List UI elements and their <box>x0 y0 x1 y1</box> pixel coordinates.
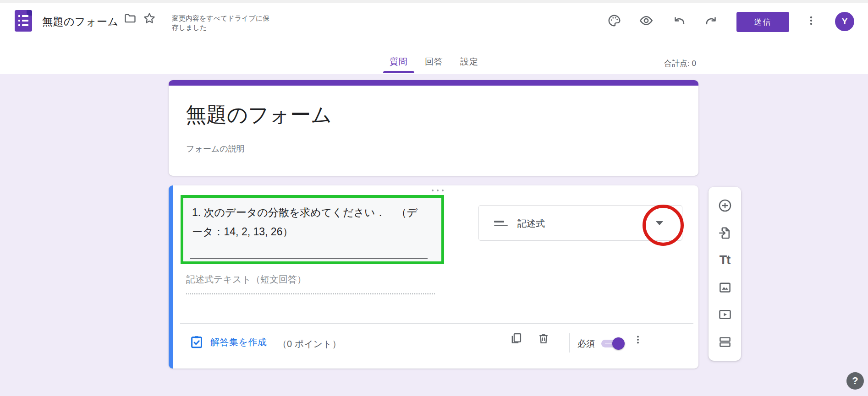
document-title-input[interactable]: 無題のフォーム <box>42 15 119 29</box>
tab-questions[interactable]: 質問 <box>390 56 408 68</box>
logo-glyph <box>22 20 28 22</box>
active-tab-underline <box>383 71 414 73</box>
eye-icon <box>639 13 654 28</box>
duplicate-icon <box>510 332 522 345</box>
account-avatar[interactable]: Y <box>835 12 854 31</box>
points-label: （0 ポイント） <box>278 338 341 350</box>
image-icon <box>718 281 732 294</box>
forms-logo-icon[interactable] <box>15 10 32 32</box>
footer-divider <box>569 333 570 353</box>
duplicate-question-button[interactable] <box>506 328 526 348</box>
add-section-button[interactable] <box>717 334 733 350</box>
focused-card-indicator <box>169 185 173 369</box>
tab-settings[interactable]: 設定 <box>460 56 478 68</box>
delete-question-button[interactable] <box>533 328 554 348</box>
required-label: 必須 <box>577 338 595 350</box>
drag-handle[interactable] <box>429 190 447 193</box>
section-icon <box>718 335 732 349</box>
add-video-button[interactable] <box>717 307 733 322</box>
import-questions-icon <box>718 226 732 240</box>
add-image-button[interactable] <box>717 280 733 295</box>
logo-glyph <box>18 15 20 17</box>
redo-icon <box>704 14 718 27</box>
undo-button[interactable] <box>669 11 689 31</box>
question-title-input[interactable]: 1. 次のデータの分散を求めてください． （データ：14, 2, 13, 26） <box>184 198 441 261</box>
send-button[interactable]: 送信 <box>736 12 789 32</box>
more-options-button[interactable] <box>801 11 821 31</box>
logo-glyph <box>22 24 28 26</box>
chevron-down-icon <box>656 221 663 225</box>
folder-icon <box>124 12 137 25</box>
google-forms-editor: 無題のフォーム 変更内容をすべてドライブに保存しました <box>0 0 868 396</box>
card-footer-divider <box>180 323 693 324</box>
kebab-icon <box>632 334 643 345</box>
app-header: 無題のフォーム 変更内容をすべてドライブに保存しました <box>0 3 868 74</box>
toggle-knob <box>612 337 625 350</box>
question-text: 1. 次のデータの分散を求めてください． （データ：14, 2, 13, 26） <box>192 203 421 241</box>
question-type-label: 記述式 <box>517 217 545 230</box>
required-toggle[interactable] <box>601 340 623 347</box>
question-card: 1. 次のデータの分散を求めてください． （データ：14, 2, 13, 26）… <box>169 185 698 369</box>
question-type-dropdown[interactable]: 記述式 <box>478 205 682 241</box>
redo-button[interactable] <box>701 11 721 31</box>
move-to-folder-button[interactable] <box>120 8 140 28</box>
total-points-label: 合計点: 0 <box>664 58 696 69</box>
question-more-options-button[interactable] <box>628 330 648 350</box>
help-button[interactable]: ? <box>846 372 864 390</box>
add-title-button[interactable]: Tt <box>717 252 733 268</box>
add-question-button[interactable] <box>717 198 733 213</box>
preview-button[interactable] <box>636 11 656 31</box>
save-status-text: 変更内容をすべてドライブに保存しました <box>172 14 270 32</box>
answer-key-button[interactable]: 解答集を作成 <box>189 335 267 349</box>
palette-icon <box>607 14 621 27</box>
star-icon <box>143 11 156 25</box>
short-answer-icon <box>494 221 508 226</box>
star-button[interactable] <box>139 8 159 28</box>
form-card-accent-bar <box>169 80 698 86</box>
kebab-icon <box>805 15 817 27</box>
theme-button[interactable] <box>604 11 624 31</box>
text-title-icon: Tt <box>720 254 730 266</box>
trash-icon <box>537 332 550 345</box>
form-header-card: 無題のフォーム フォームの説明 <box>169 80 698 176</box>
form-description-input[interactable]: フォームの説明 <box>186 143 245 154</box>
undo-icon <box>672 14 686 27</box>
add-circle-icon <box>718 198 732 213</box>
import-questions-button[interactable] <box>717 225 733 241</box>
logo-glyph <box>22 15 28 17</box>
answer-field-underline <box>186 293 435 294</box>
answer-field-placeholder: 記述式テキスト（短文回答） <box>186 273 306 286</box>
logo-glyph <box>18 20 20 22</box>
editor-side-toolbar: Tt <box>709 187 741 361</box>
video-icon <box>718 308 732 321</box>
tab-responses[interactable]: 回答 <box>425 56 443 68</box>
logo-glyph <box>18 24 20 26</box>
question-input-underline <box>190 258 428 259</box>
form-title-input[interactable]: 無題のフォーム <box>186 101 332 129</box>
answer-key-label: 解答集を作成 <box>210 336 267 348</box>
answer-key-icon <box>189 335 204 349</box>
